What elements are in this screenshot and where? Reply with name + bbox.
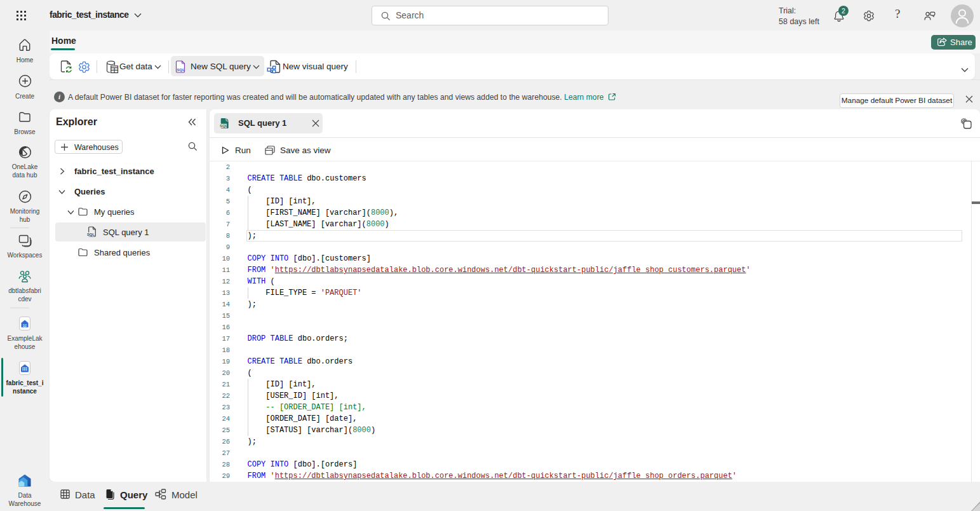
svg-text:SQL: SQL	[177, 67, 185, 72]
svg-text:SQL: SQL	[87, 233, 95, 236]
